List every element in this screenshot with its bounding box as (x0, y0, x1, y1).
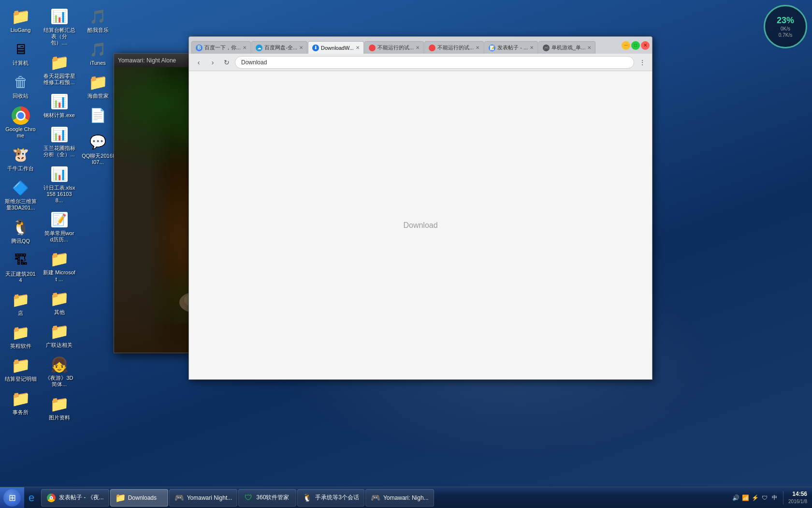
ie-icon: e (29, 492, 34, 504)
download-tab-icon: ⬇ (312, 45, 319, 51)
run1-tab-icon (369, 45, 376, 51)
desktop-icon-jiesuan[interactable]: 📁 结算登记明细 (2, 354, 39, 384)
baiduyun-tab-close[interactable]: ✕ (299, 45, 303, 50)
desktop-icon-jiri[interactable]: 📊 计日工表.xlsx 158 161038... (41, 163, 77, 206)
post-tab-close[interactable]: ✕ (530, 45, 534, 50)
back-button[interactable]: ‹ (193, 57, 204, 68)
desktop-icon-record[interactable]: 📄 (80, 104, 116, 128)
taskbar-items: 发表帖子 - 《夜... 📁 Downloads 🎮 Yomawari Nigh… (39, 489, 727, 507)
desktop-icon-tianjian[interactable]: 🏗 天正建筑2014 (2, 249, 39, 285)
desktop: 📁 LiuGang 🖥 计算机 🗑 回收站 Google Chrome 🐮 千牛… (0, 0, 812, 508)
browser-window-controls: ─ □ ✕ (622, 41, 650, 50)
desktop-icon-computer[interactable]: 🖥 计算机 (2, 38, 39, 68)
browser-titlebar: B 百度一下，你... ✕ ☁ 百度网盘-全... ✕ ⬇ Download W… (189, 37, 652, 54)
desktop-icon-itunes[interactable]: 🎵 iTunes (80, 38, 116, 68)
desktop-icon-gangjin[interactable]: 📊 钢材计算.exe (41, 90, 77, 120)
browser-tab-download[interactable]: ⬇ Download W... ✕ (308, 41, 364, 54)
game-title: Yomawari: Night Alone (118, 57, 176, 64)
browser-tabs: B 百度一下，你... ✕ ☁ 百度网盘-全... ✕ ⬇ Download W… (191, 37, 619, 54)
desktop-icon-microsoft[interactable]: 📁 新建 Microsoft ... (41, 247, 77, 284)
browser-window: B 百度一下，你... ✕ ☁ 百度网盘-全... ✕ ⬇ Download W… (188, 36, 652, 380)
run1-tab-close[interactable]: ✕ (416, 45, 420, 50)
taskbar-chrome-icon (46, 493, 56, 503)
desktop-icon-liugang[interactable]: 📁 LiuGang (2, 5, 39, 35)
taskbar-item-yomawari[interactable]: 🎮 Yomawari Night... (169, 489, 238, 507)
baidu-tab-icon: B (196, 45, 203, 51)
tray-battery-icon[interactable]: ⚡ (751, 494, 759, 502)
taskbar-item-post[interactable]: 发表帖子 - 《夜... (41, 489, 109, 507)
browser-content: Download (189, 71, 652, 379)
download-tab-close[interactable]: ✕ (356, 45, 360, 50)
desktop-icon-office[interactable]: 📁 事务所 (2, 387, 39, 418)
browser-tab-game[interactable]: 🎮 单机游戏_单... ✕ (538, 41, 595, 54)
browser-tab-run2[interactable]: 不能运行的试... ✕ (424, 41, 484, 54)
tray-network-icon[interactable]: 🔊 (732, 494, 740, 502)
taskbar-item-downloads[interactable]: 📁 Downloads (110, 489, 168, 507)
taskbar-item-360[interactable]: 🛡 360软件管家 (238, 489, 296, 507)
desktop-icon-recycle[interactable]: 🗑 回收站 (2, 71, 39, 101)
tray-divider (783, 491, 783, 505)
ie-taskbar-icon[interactable]: e (24, 487, 39, 508)
clock[interactable]: 14:56 2016/1/8 (788, 491, 807, 505)
game-tab-icon: 🎮 (543, 45, 550, 51)
taskbar-chat-icon: 🐧 (303, 493, 312, 503)
start-orb-icon: ⊞ (3, 489, 21, 507)
taskbar-item-yomawari2[interactable]: 🎮 Yomawari: Nigh... (365, 489, 434, 507)
browser-maximize-button[interactable]: □ (631, 41, 640, 50)
system-monitor: 23% 0K/s 0.7K/s (764, 5, 807, 48)
run2-tab-close[interactable]: ✕ (476, 45, 479, 50)
reload-button[interactable]: ↻ (221, 57, 232, 68)
taskbar-item-chat[interactable]: 🐧 手承统等3个会话 (297, 489, 364, 507)
browser-tab-post[interactable]: 📝 发表帖子 - ... ✕ (484, 41, 538, 54)
post-tab-icon: 📝 (489, 45, 495, 51)
desktop-icon-yulan[interactable]: 📊 玉兰花圃指标分析（全）... (41, 123, 77, 160)
desktop-icon-other[interactable]: 📁 其他 (41, 287, 77, 317)
desktop-icon-niuniu[interactable]: 🐮 千牛工作台 (2, 143, 39, 174)
forward-button[interactable]: › (207, 57, 218, 68)
taskbar-yomawari-icon: 🎮 (371, 493, 380, 503)
desktop-icon-sanwei[interactable]: 🔷 斯维尔三维算量3DA201... (2, 176, 39, 213)
desktop-icon-pictures[interactable]: 📁 图片资料 (41, 392, 77, 423)
browser-minimize-button[interactable]: ─ (622, 41, 630, 50)
desktop-icons-area: 📁 LiuGang 🖥 计算机 🗑 回收站 Google Chrome 🐮 千牛… (2, 5, 104, 440)
desktop-icon-qq[interactable]: 🐧 腾讯QQ (2, 216, 39, 246)
tray-volume-icon[interactable]: 📶 (741, 494, 749, 502)
browser-close-button[interactable]: ✕ (641, 41, 650, 50)
tray-security-icon[interactable]: 🛡 (761, 494, 768, 502)
desktop-icon-chrome[interactable]: Google Chrome (2, 104, 39, 141)
desktop-icon-word1[interactable]: 📝 简单常用word历历... (41, 208, 77, 245)
desktop-icon-chuntiаn[interactable]: 📁 春天花园零星维修工程预... (41, 51, 77, 88)
browser-tab-run1[interactable]: 不能运行的试... ✕ (364, 41, 424, 54)
taskbar: ⊞ e 发表帖子 - 《夜... 📁 Downloads (0, 487, 812, 508)
more-button[interactable]: ⋮ (637, 57, 648, 68)
desktop-icon-haishijie[interactable]: 📁 海曲世家 (80, 71, 116, 101)
desktop-icon-excel1[interactable]: 📊 结算台帐汇总表（分包）.... (41, 5, 77, 48)
game-tab-close[interactable]: ✕ (587, 45, 591, 50)
address-bar[interactable]: Download (235, 56, 634, 69)
taskbar-folder-icon: 📁 (116, 493, 125, 503)
taskbar-shield-icon: 🛡 (244, 493, 253, 503)
tray-icons: 🔊 📶 ⚡ 🛡 中 (732, 494, 778, 502)
desktop-icon-store[interactable]: 📁 店 (2, 288, 39, 318)
start-button[interactable]: ⊞ (0, 487, 24, 508)
browser-toolbar: ‹ › ↻ Download ⋮ (189, 54, 652, 71)
desktop-icon-music[interactable]: 🎵 酷我音乐 (80, 5, 116, 35)
desktop-icon-qq2016[interactable]: 💬 QQ聊天2016II07... (80, 131, 116, 167)
browser-tab-baiduyun[interactable]: ☁ 百度网盘-全... ✕ (251, 41, 307, 54)
taskbar-game-icon: 🎮 (174, 493, 184, 503)
baiduyun-tab-icon: ☁ (256, 45, 262, 51)
tray-ime-icon[interactable]: 中 (770, 494, 778, 502)
run2-tab-icon (429, 45, 435, 51)
system-tray: 🔊 📶 ⚡ 🛡 中 14:56 2016/1/8 (727, 491, 812, 505)
desktop-icon-email[interactable]: 📁 英程软件 (2, 321, 39, 351)
browser-tab-baidu[interactable]: B 百度一下，你... ✕ (191, 41, 251, 54)
desktop-icon-guanglian[interactable]: 📁 广联达相关 (41, 320, 77, 350)
desktop-icon-yeyou[interactable]: 👧 《夜游》3D简体... (41, 353, 77, 389)
baidu-tab-close[interactable]: ✕ (243, 45, 246, 50)
